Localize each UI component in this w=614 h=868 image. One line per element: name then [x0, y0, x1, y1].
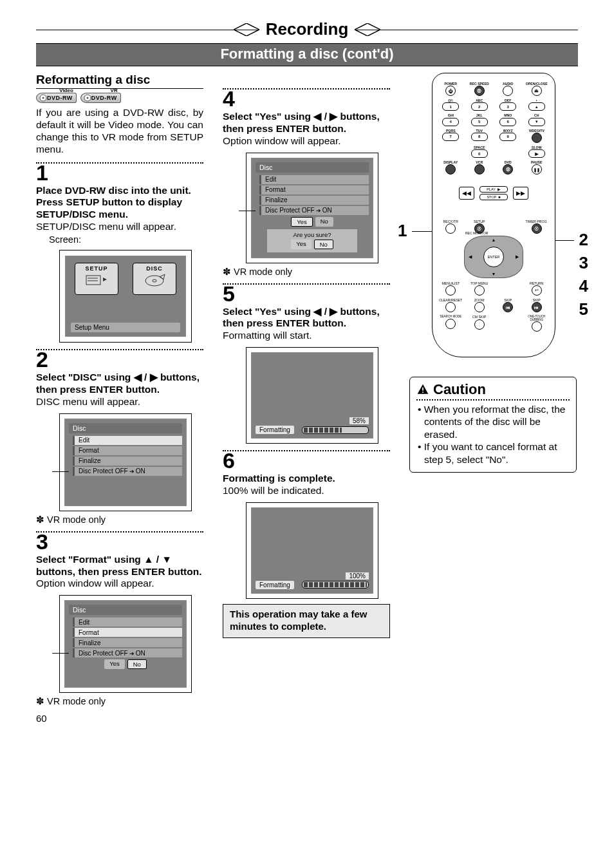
digit-1: 1 — [442, 102, 459, 111]
dpad-down-icon: ▼ — [492, 272, 496, 276]
lbl-recmonitor: REC MONITOR — [464, 231, 523, 235]
osd-pct-100: 100% — [346, 572, 369, 580]
step6-number: 6 — [223, 451, 390, 470]
step4-footnote: ✽ VR mode only — [223, 267, 390, 277]
ffwd-icon: ▶▶ — [513, 187, 528, 200]
digit-0: 0 — [471, 149, 488, 158]
step5-bold-pre: Select "Yes" using — [223, 306, 313, 317]
right-arrow-icon: ▶ — [330, 306, 337, 317]
skip-next-icon: ⏭ — [532, 302, 542, 312]
lbl-cmskip: CM SKIP — [472, 316, 486, 319]
reformat-intro: If you are using a DVD-RW disc, by defau… — [36, 107, 203, 156]
step3-bold-sep: / — [154, 554, 162, 565]
digit-2: 2 — [471, 102, 488, 111]
rec-speed-icon: ⦿ — [474, 86, 485, 96]
left-arrow-icon: ◀ — [313, 306, 321, 317]
down-arrow-icon: ▼ — [162, 554, 171, 565]
to-arrow-icon: ➔ — [128, 650, 136, 657]
digit-3: 3 — [499, 102, 516, 111]
osd-item-edit: Edit — [73, 436, 182, 445]
badge-super-video: Video — [59, 88, 73, 93]
stop-button: STOP ■ — [479, 194, 507, 200]
step1-screen-label: Screen: — [49, 234, 203, 245]
column-middle: 4 Select "Yes" using ◀ / ▶ buttons, then… — [223, 73, 390, 706]
osd-title: Disc — [69, 423, 182, 433]
rec-icon — [445, 223, 456, 234]
digit-8: 8 — [471, 133, 488, 141]
digit-4: 4 — [442, 118, 459, 126]
step6-text: 100% will be indicated. — [223, 485, 390, 497]
osd-no: No — [315, 217, 333, 227]
svg-rect-9 — [422, 388, 423, 391]
left-arrow-icon: ◀ — [134, 372, 142, 382]
callout-5: 5 — [579, 299, 588, 319]
svg-point-8 — [153, 279, 156, 282]
power-icon: ⏻ — [445, 86, 456, 96]
disc-type-badges: Video DVD-RW VR DVD-RW — [36, 93, 203, 103]
step6-bold: Formatting is complete. — [223, 473, 390, 485]
osd-step4: Disc Edit Format Finalize Disc Protect O… — [246, 153, 378, 263]
svg-point-3 — [86, 97, 88, 99]
osd-step6: 100% Formatting — [246, 502, 378, 599]
onetouch-icon — [532, 321, 542, 332]
return-icon: ↩ — [532, 285, 542, 296]
osd-sure-no: No — [314, 240, 333, 249]
digit-7: 7 — [442, 133, 459, 141]
osd-item-protect: Disc Protect OFF➔ON — [73, 648, 182, 657]
callout-2: 2 — [579, 230, 588, 250]
right-arrow-icon: ▶ — [330, 111, 337, 122]
step3-footnote: ✽ VR mode only — [36, 696, 203, 706]
up-arrow-icon: ▲ — [144, 554, 153, 565]
osd-no: No — [127, 659, 147, 669]
audio-icon — [503, 86, 513, 96]
lbl-mno: MNO — [504, 114, 512, 117]
lbl-stop: STOP — [487, 195, 496, 199]
step2-bold-pre: Select "DISC" using — [36, 372, 134, 382]
chapter-title: Recording — [258, 19, 357, 39]
progress-bar-100 — [302, 581, 369, 589]
osd-protect-post: ON — [136, 467, 145, 475]
dpad-left-icon: ◀ — [469, 254, 472, 259]
column-right: 1 2 3 4 5 POWER⏻ REC SPEED⦿ AUDIO OPEN/C… — [409, 73, 577, 706]
osd-protect-post: ON — [136, 650, 145, 657]
step2-bold-sep: / — [142, 372, 150, 382]
osd-item-edit: Edit — [73, 618, 182, 627]
page-number: 60 — [36, 713, 578, 724]
step2-bold: Select "DISC" using ◀ / ▶ buttons, then … — [36, 372, 203, 396]
ch-down-icon: ▼ — [528, 118, 545, 126]
skip-prev-icon: ⏮ — [503, 302, 513, 312]
osd-item-format: Format — [259, 185, 369, 194]
svg-rect-4 — [86, 276, 100, 285]
badge-dvdrw-vr: VR DVD-RW — [80, 93, 121, 103]
disc-chip-title: DISC — [133, 263, 176, 272]
osd-step5: 58% Formatting — [246, 347, 378, 444]
lbl-play: PLAY — [487, 187, 496, 191]
header-deco-left — [36, 23, 258, 36]
dpad-right-icon: ▶ — [516, 254, 519, 259]
osd-protect-post: ON — [322, 207, 332, 214]
badge-text-vr: DVD-RW — [91, 95, 117, 101]
lbl-ch: CH — [534, 114, 539, 117]
step3-bold: Select "Format" using ▲ / ▼ buttons, the… — [36, 554, 203, 578]
osd-item-finalize: Finalize — [259, 196, 369, 205]
subheading-reformat: Reformatting a disc — [36, 73, 203, 89]
callout-3: 3 — [579, 253, 588, 273]
osd-title: Disc — [69, 605, 182, 615]
step4-text: Option window will appear. — [223, 135, 390, 147]
videotv-icon — [532, 133, 542, 143]
dpad-up-icon: ▲ — [492, 238, 496, 242]
step4-bold-sep: / — [321, 111, 330, 122]
osd-item-protect: Disc Protect OFF➔ON — [73, 467, 182, 476]
osd-protect-pre: Disc Protect OFF — [79, 467, 128, 475]
dvd-icon: ⦿ — [503, 164, 513, 175]
operation-note: This operation may take a few minutes to… — [223, 604, 390, 639]
step5-bold-sep: / — [321, 306, 330, 317]
step1-number: 1 — [36, 164, 203, 182]
to-arrow-icon: ➔ — [315, 207, 322, 214]
caution-box: Caution • When you reformat the disc, th… — [409, 377, 577, 473]
search-icon — [445, 319, 456, 329]
left-arrow-icon: ◀ — [313, 111, 321, 122]
timer-icon: ⦿ — [532, 223, 542, 234]
osd-title: Disc — [256, 162, 369, 173]
remote-dpad: REC MONITOR ▲ ▼ ◀ ▶ ENTER — [464, 236, 523, 278]
